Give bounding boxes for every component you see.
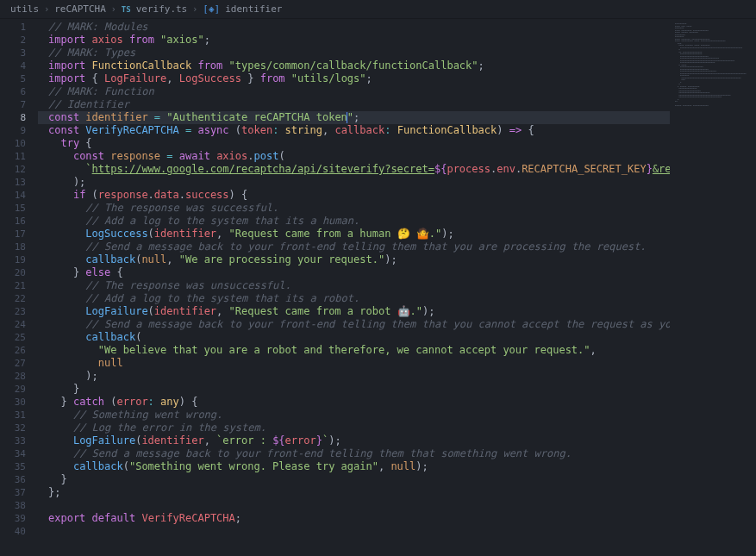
code-line[interactable]: LogFailure(identifier, "Request came fro… — [38, 305, 670, 318]
code-token: const — [48, 124, 79, 136]
line-number[interactable]: 26 — [0, 344, 38, 357]
code-editor-area[interactable]: // MARK: Modulesimport axios from "axios… — [38, 19, 670, 556]
line-number[interactable]: 3 — [0, 47, 38, 59]
line-number[interactable]: 24 — [0, 318, 38, 331]
code-line[interactable]: // The response was unsuccessful. — [38, 279, 670, 292]
line-number[interactable]: 17 — [0, 228, 38, 241]
code-token: from — [260, 72, 285, 84]
code-line[interactable]: LogFailure(identifier, `error : ${error}… — [38, 434, 670, 447]
code-line[interactable]: ); — [38, 370, 670, 383]
code-token — [48, 409, 73, 421]
line-number[interactable]: 1 — [0, 21, 38, 34]
line-number[interactable]: 5 — [0, 72, 38, 85]
code-line[interactable]: export default VerifyReCAPTCHA; — [38, 512, 670, 525]
line-number[interactable]: 6 — [0, 85, 38, 98]
code-line[interactable]: // Add a log to the system that its a ro… — [38, 292, 670, 305]
breadcrumb-symbol[interactable]: identifier — [225, 3, 282, 15]
line-number[interactable]: 28 — [0, 370, 38, 383]
code-line[interactable]: } else { — [38, 266, 670, 279]
line-number[interactable]: 27 — [0, 357, 38, 370]
code-token: } — [241, 72, 260, 84]
code-line[interactable]: // Something went wrong. — [38, 409, 670, 422]
code-token: { — [110, 266, 122, 278]
code-line[interactable]: // Send a message back to your front-end… — [38, 241, 670, 253]
line-number[interactable]: 39 — [0, 512, 38, 525]
code-line[interactable] — [38, 499, 670, 512]
minimap[interactable]: ▬▬▬▬▬▬▬▬▬ ▬▬▬▬ ▬▬▬ ▬▬▬▬ ▬▬▬▬▬▬▬ ▬▬▬▬ ▬▬▬… — [670, 19, 756, 556]
line-number[interactable]: 16 — [0, 215, 38, 228]
breadcrumb-seg[interactable]: utils — [10, 3, 39, 15]
line-number[interactable]: 14 — [0, 189, 38, 202]
line-number[interactable]: 2 — [0, 34, 38, 47]
code-line[interactable]: // MARK: Types — [38, 47, 670, 59]
code-token: string — [285, 124, 322, 136]
line-number[interactable]: 25 — [0, 331, 38, 344]
line-number[interactable]: 21 — [0, 279, 38, 292]
code-line[interactable]: const VerifyReCAPTCHA = async (token: st… — [38, 124, 670, 137]
code-line[interactable]: import FunctionCallback from "types/comm… — [38, 59, 670, 72]
code-line[interactable]: "We believe that you are a robot and the… — [38, 344, 670, 357]
code-line[interactable] — [38, 525, 670, 538]
code-line[interactable]: } catch (error: any) { — [38, 396, 670, 409]
breadcrumb-seg[interactable]: reCAPTCHA — [54, 3, 106, 15]
code-line[interactable]: // MARK: Function — [38, 85, 670, 98]
code-token: &response= — [653, 163, 670, 175]
line-number[interactable]: 15 — [0, 202, 38, 215]
breadcrumb[interactable]: utils › reCAPTCHA › TS verify.ts › [◈] i… — [0, 0, 756, 19]
code-line[interactable]: // The response was successful. — [38, 202, 670, 215]
code-token: // The response was successful. — [85, 202, 278, 214]
line-number[interactable]: 30 — [0, 396, 38, 409]
code-line[interactable]: try { — [38, 137, 670, 150]
code-line[interactable]: } — [38, 383, 670, 396]
line-number[interactable]: 8 — [0, 111, 38, 124]
line-number[interactable]: 35 — [0, 460, 38, 473]
code-line[interactable]: ); — [38, 176, 670, 189]
code-line[interactable]: } — [38, 473, 670, 486]
line-number-gutter[interactable]: 1234567891011121314151617181920212223242… — [0, 19, 38, 556]
code-line[interactable]: // Send a message back to your front-end… — [38, 318, 670, 331]
line-number[interactable]: 18 — [0, 241, 38, 253]
line-number[interactable]: 10 — [0, 137, 38, 150]
line-number[interactable]: 34 — [0, 447, 38, 460]
code-token: // Add a log to the system that its a hu… — [85, 215, 359, 227]
line-number[interactable]: 19 — [0, 253, 38, 266]
code-line[interactable]: if (response.data.success) { — [38, 189, 670, 202]
line-number[interactable]: 7 — [0, 98, 38, 111]
line-number[interactable]: 29 — [0, 383, 38, 396]
line-number[interactable]: 40 — [0, 525, 38, 538]
code-line[interactable]: callback(null, "We are processing your r… — [38, 253, 670, 266]
code-line[interactable]: // Add a log to the system that its a hu… — [38, 215, 670, 228]
line-number[interactable]: 12 — [0, 163, 38, 176]
line-number[interactable]: 38 — [0, 499, 38, 512]
code-line[interactable]: }; — [38, 486, 670, 499]
code-token: LogSuccess — [85, 228, 147, 240]
line-number[interactable]: 33 — [0, 434, 38, 447]
code-token — [48, 253, 85, 266]
line-number[interactable]: 4 — [0, 59, 38, 72]
code-line[interactable]: const identifier = "Authenticate reCAPTC… — [38, 111, 670, 124]
line-number[interactable]: 23 — [0, 305, 38, 318]
line-number[interactable]: 32 — [0, 422, 38, 434]
breadcrumb-file[interactable]: verify.ts — [136, 3, 188, 15]
code-line[interactable]: `https://www.google.com/recaptcha/api/si… — [38, 163, 670, 176]
line-number[interactable]: 31 — [0, 409, 38, 422]
line-number[interactable]: 22 — [0, 292, 38, 305]
line-number[interactable]: 11 — [0, 150, 38, 163]
line-number[interactable]: 36 — [0, 473, 38, 486]
code-line[interactable]: // Identifier — [38, 98, 670, 111]
code-line[interactable]: import { LogFailure, LogSuccess } from "… — [38, 72, 670, 85]
code-token — [85, 34, 91, 46]
code-line[interactable]: callback( — [38, 331, 670, 344]
code-line[interactable]: LogSuccess(identifier, "Request came fro… — [38, 228, 670, 241]
line-number[interactable]: 9 — [0, 124, 38, 137]
code-line[interactable]: // MARK: Modules — [38, 21, 670, 34]
code-line[interactable]: // Send a message back to your front-end… — [38, 447, 670, 460]
line-number[interactable]: 37 — [0, 486, 38, 499]
code-line[interactable]: callback("Something went wrong. Please t… — [38, 460, 670, 473]
code-line[interactable]: import axios from "axios"; — [38, 34, 670, 47]
line-number[interactable]: 13 — [0, 176, 38, 189]
code-line[interactable]: // Log the error in the system. — [38, 422, 670, 434]
line-number[interactable]: 20 — [0, 266, 38, 279]
code-line[interactable]: const response = await axios.post( — [38, 150, 670, 163]
code-line[interactable]: null — [38, 357, 670, 370]
